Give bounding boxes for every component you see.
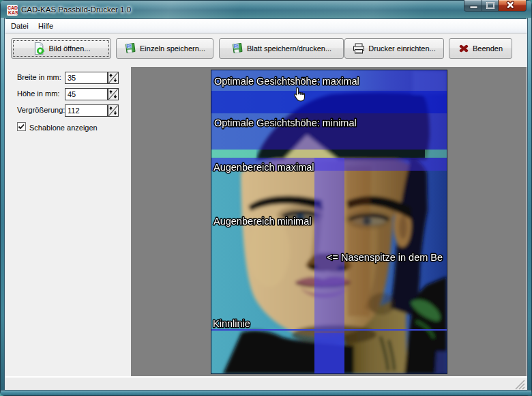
svg-text:KAS: KAS <box>8 10 18 15</box>
svg-text:CAD: CAD <box>8 5 18 10</box>
svg-text:Augenbereich minimal: Augenbereich minimal <box>213 216 311 227</box>
svg-text:Kinnlinie: Kinnlinie <box>213 318 250 329</box>
svg-text:Optimale Gesichtshöhe: maximal: Optimale Gesichtshöhe: maximal <box>214 76 359 87</box>
svg-text:<= Nasenspitze in dem Be: <= Nasenspitze in dem Be <box>327 252 443 263</box>
svg-text:Optimale Gesichtshöhe: minimal: Optimale Gesichtshöhe: minimal <box>214 117 357 128</box>
svg-text:Augenbereich maximal: Augenbereich maximal <box>213 162 314 173</box>
